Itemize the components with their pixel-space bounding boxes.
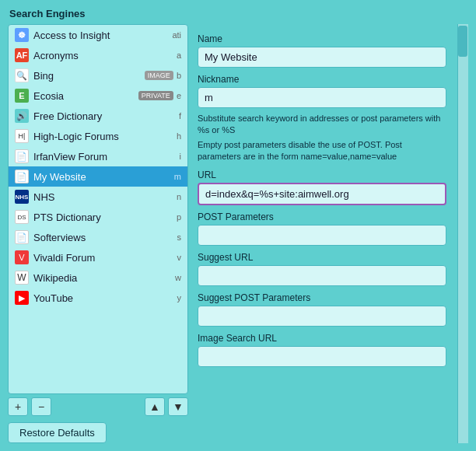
item-name: Free Dictionary	[33, 110, 176, 122]
item-shortcut: y	[177, 293, 182, 302]
suggest-post-label: Suggest POST Parameters	[198, 292, 446, 303]
list-item[interactable]: DS PTS Dictionary p	[9, 207, 187, 227]
item-shortcut: ati	[172, 30, 181, 40]
suggest-url-input[interactable]	[198, 265, 446, 286]
list-item[interactable]: 🔊 Free Dictionary f	[9, 106, 187, 126]
scrollbar-track[interactable]	[457, 24, 468, 443]
url-label: URL	[198, 170, 446, 180]
restore-defaults-button[interactable]: Restore Defaults	[8, 422, 107, 443]
list-item[interactable]: 🔍 Bing IMAGE b	[9, 65, 187, 86]
right-panel: Name Nickname Substitute search keyword …	[188, 24, 468, 443]
item-name: PTS Dictionary	[33, 212, 173, 223]
list-item[interactable]: E Ecosia PRIVATE e	[9, 86, 187, 106]
remove-button[interactable]: −	[31, 397, 51, 416]
list-item[interactable]: V Vivaldi Forum v	[9, 247, 187, 267]
private-badge: PRIVATE	[138, 91, 173, 100]
nickname-input[interactable]	[198, 87, 446, 108]
move-up-button[interactable]: ▲	[145, 397, 165, 416]
item-name: Ecosia	[33, 90, 135, 102]
name-input[interactable]	[198, 47, 446, 68]
nhs-icon: NHS	[15, 190, 29, 204]
item-shortcut: a	[177, 51, 181, 60]
ecosia-icon: E	[15, 89, 29, 103]
my-website-icon: 📄	[15, 170, 29, 184]
image-badge: IMAGE	[145, 71, 173, 80]
nickname-label: Nickname	[198, 74, 446, 85]
youtube-icon: ▶	[15, 291, 29, 305]
item-name: Softerviews	[33, 232, 174, 243]
list-item[interactable]: ▶ YouTube y	[9, 288, 187, 308]
left-panel: ☸ Access to Insight ati AF Acronyms a 🔍 …	[8, 24, 188, 443]
softerviews-icon: 📄	[15, 230, 29, 244]
wikipedia-icon: W	[15, 271, 29, 285]
add-button[interactable]: +	[8, 397, 28, 416]
list-item-selected[interactable]: 📄 My Website m	[9, 166, 187, 187]
move-down-button[interactable]: ▼	[168, 397, 188, 416]
list-item[interactable]: ☸ Access to Insight ati	[9, 25, 187, 45]
item-shortcut: p	[177, 212, 181, 222]
bing-icon: 🔍	[15, 68, 29, 82]
item-name: Access to Insight	[33, 30, 169, 41]
list-controls: + − ▲ ▼	[8, 397, 188, 416]
image-search-input[interactable]	[198, 346, 446, 367]
main-content: ☸ Access to Insight ati AF Acronyms a 🔍 …	[8, 24, 468, 443]
suggest-post-input[interactable]	[198, 306, 446, 327]
pts-icon: DS	[15, 210, 29, 224]
item-shortcut: i	[180, 152, 181, 161]
item-shortcut: m	[174, 172, 181, 181]
post-params-label: POST Parameters	[198, 212, 446, 222]
item-shortcut: h	[177, 131, 181, 141]
hint-text-2: Empty post parameters disable the use of…	[198, 139, 446, 163]
post-params-input[interactable]	[198, 225, 446, 246]
item-name: Wikipedia	[33, 272, 172, 284]
item-name: NHS	[33, 191, 173, 203]
acronyms-icon: AF	[15, 48, 29, 62]
free-dictionary-icon: 🔊	[15, 109, 29, 123]
item-name: My Website	[33, 171, 171, 183]
suggest-url-label: Suggest URL	[198, 252, 446, 263]
hint-text-1: Substitute search keyword in addresses o…	[198, 113, 446, 137]
item-name: YouTube	[33, 292, 174, 304]
item-shortcut: s	[177, 232, 182, 242]
irfanview-icon: 📄	[15, 149, 29, 163]
list-item[interactable]: 📄 IrfanView Forum i	[9, 146, 187, 166]
item-name: High-Logic Forums	[33, 131, 173, 142]
panel-title: Search Engines	[8, 8, 468, 19]
item-name: IrfanView Forum	[33, 151, 177, 163]
item-shortcut: b	[177, 71, 181, 80]
search-engine-list[interactable]: ☸ Access to Insight ati AF Acronyms a 🔍 …	[8, 24, 188, 394]
high-logic-icon: H|	[15, 129, 29, 143]
access-to-insight-icon: ☸	[15, 28, 29, 42]
item-name: Acronyms	[33, 50, 173, 61]
url-input[interactable]	[198, 183, 446, 205]
list-item[interactable]: 📄 Softerviews s	[9, 227, 187, 247]
scrollbar-thumb[interactable]	[458, 26, 467, 57]
image-search-label: Image Search URL	[198, 333, 446, 344]
item-shortcut: v	[177, 253, 182, 262]
search-engines-dialog: Search Engines ☸ Access to Insight ati A…	[0, 0, 476, 451]
item-name: Bing	[33, 70, 142, 82]
form-scroll-area: Name Nickname Substitute search keyword …	[198, 27, 459, 437]
vivaldi-icon: V	[15, 250, 29, 264]
item-shortcut: n	[177, 192, 181, 201]
list-item[interactable]: NHS NHS n	[9, 187, 187, 207]
list-item[interactable]: H| High-Logic Forums h	[9, 126, 187, 146]
item-shortcut: f	[179, 111, 181, 121]
list-item[interactable]: AF Acronyms a	[9, 45, 187, 65]
item-name: Vivaldi Forum	[33, 252, 174, 264]
list-item[interactable]: W Wikipedia w	[9, 267, 187, 288]
item-shortcut: w	[175, 273, 181, 282]
name-label: Name	[198, 33, 446, 44]
item-shortcut: e	[177, 91, 181, 100]
